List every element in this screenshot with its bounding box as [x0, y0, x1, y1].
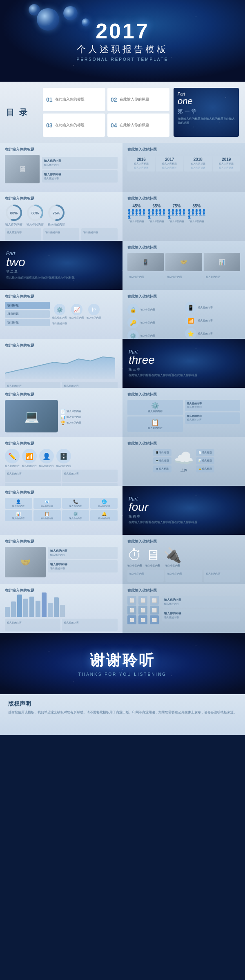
icon-row-lock: 🔒 输入你的内容: [127, 304, 183, 315]
thanks-cn: 谢谢聆听: [78, 650, 167, 670]
row-11: 在此输入你的标题 🤝 输入你的内容 输入描述内容 输入你的内容 输入描述内容 在…: [0, 535, 245, 584]
settings-right: 输入你的内容 输入描述内容 输入你的内容 输入描述内容: [185, 400, 241, 432]
img-1: 📱: [127, 253, 164, 271]
photo-1: 🖥: [5, 155, 40, 183]
row-5: Part two 第 二 章 在此输入你的标题在此输入你的标题在此输入你的标题 …: [0, 241, 245, 290]
app-icon-1: 👤输入你的内容: [5, 498, 32, 509]
part-one-label: Part one: [178, 92, 235, 106]
toc-label-3: 在此输入你的标题: [55, 122, 85, 128]
settings-box-1: ⚙️ 输入你的内容: [127, 400, 183, 415]
svg-text:80%: 80%: [10, 211, 18, 215]
bubble-1: [37, 8, 59, 31]
puzzle-box-2: 输入你的内容 输入描述内容: [162, 609, 240, 621]
svg-text:60%: 60%: [31, 211, 39, 215]
person-75: 75% 👤👤👤👤👤👤👤👤👤👤👤 输入你的内容: [167, 204, 186, 223]
app-icon-4: 🌐输入你的内容: [90, 498, 118, 509]
bar-label-1: 输入你的内容: [5, 619, 60, 631]
icon-flag: 🏳 输入你的内容: [87, 304, 101, 320]
toc-num-1: 01: [46, 96, 53, 103]
circle-80: 80% 输入你的内容: [5, 204, 23, 226]
list-text-area: 输入描述内容: [52, 322, 118, 325]
row-10: 在此输入你的标题 👤输入你的内容 📧输入你的内容 📞输入你的内容 🌐输入你的内容…: [0, 486, 245, 535]
slide-3a-title: 在此输入你的标题: [5, 147, 118, 152]
slide-7a-title: 在此输入你的标题: [5, 343, 118, 348]
slide-part-three: Part three 第 三 章 在此输入你的标题在此输入你的标题在此输入你的标…: [122, 339, 245, 388]
slide-icon-list: 在此输入你的标题 🔒 输入你的内容 🔑 输入你的内容 ⚙️ 输入你的内容: [122, 290, 245, 339]
slide-part-four: Part four 第 四 章 在此输入你的标题在此输入你的标题在此输入你的标题: [122, 486, 245, 535]
toc-slide: 目 录 01 在此输入你的标题 02 在此输入你的标题 03 在此输入你的标题 …: [0, 82, 245, 143]
bubble-2: [63, 6, 78, 20]
row-4: 在此输入你的标题 80% 输入你的内容 60% 输入你的内容: [0, 192, 245, 241]
box-1a: 输入你的内容 输入描述内容: [42, 157, 118, 169]
cover-title-cn: 个人述职报告模板: [77, 43, 169, 56]
icons-row-6: ⚙️ 输入你的内容 📈 输入你的内容 🏳 输入你的内容: [52, 304, 118, 320]
copyright-slide: 版权声明 感谢您使用该模板，我们希望这套模板对您有所帮助。请不要将此模板用于商业…: [0, 694, 245, 735]
toc-num-4: 04: [111, 122, 117, 129]
sub-box-3: 输入你的内容: [5, 483, 61, 486]
icon-database: 🗄️ 输入你的内容: [56, 449, 71, 468]
slide-hands: 在此输入你的标题 🤝 输入你的内容 输入描述内容 输入你的内容 输入描述内容: [0, 535, 122, 584]
toc-item-1: 01 在此输入你的标题: [43, 88, 105, 111]
circle-75: 75% 输入你的内容: [47, 204, 65, 226]
slide-5b-title: 在此输入你的标题: [127, 245, 240, 250]
slide-12a-title: 在此输入你的标题: [5, 588, 118, 593]
slide-puzzle: 在此输入你的标题 ⬜ ⬜ ⬜ ⬜ ⬜ ⬜ ⬜ ⬜ ⬜ 输入你的内容 输入描述内容…: [122, 584, 245, 633]
puzzle-text: 输入你的内容 输入描述内容 输入你的内容 输入描述内容: [162, 596, 240, 624]
list-content: ⚙️ 输入你的内容 📈 输入你的内容 🏳 输入你的内容 输入描述内容: [52, 302, 118, 327]
sub-box-4: 输入你的内容: [62, 483, 118, 486]
timeline-row: 2016 输入内容标题 输入内容描述 2017 输入内容标题 输入内容描述 20…: [127, 156, 240, 172]
puzzle-box-1: 输入你的内容 输入描述内容: [162, 596, 240, 608]
toc-label-4: 在此输入你的标题: [120, 122, 149, 128]
slide-6b-title: 在此输入你的标题: [127, 294, 240, 299]
bar-label-2: 输入你的内容: [62, 619, 118, 631]
slide-circles: 在此输入你的标题 80% 输入你的内容 60% 输入你的内容: [0, 192, 122, 241]
puzzle-grid: ⬜ ⬜ ⬜ ⬜ ⬜ ⬜ ⬜ ⬜ ⬜: [127, 596, 160, 624]
person-45: 45% 👤👤👤👤👤👤👤👤👤👤👤 输入你的内容: [127, 204, 146, 223]
settings-box-3: 输入你的内容 输入描述内容: [185, 400, 241, 411]
settings-box-4: 输入你的内容 输入描述内容: [185, 412, 241, 424]
laptop-icons: 📄 输入你的内容 📊 输入你的内容 🏆 输入你的内容: [60, 409, 118, 425]
icon-edit: ✏️ 输入你的内容: [5, 449, 20, 468]
app-icon-5: 📊输入你的内容: [5, 510, 32, 521]
icon-row-phone: 📱 输入你的内容: [185, 302, 240, 313]
settings-layout: ⚙️ 输入你的内容 📋 输入你的内容 输入你的内容 输入描述内容 输入你的内容 …: [127, 400, 240, 432]
slide-images: 在此输入你的标题 📱 🤝 📊 输入你的内容 输入你的内容 输入你的内容: [122, 241, 245, 290]
toc-part-panel: Part one 第 一 章 在此输入你的标题在此输入你的标题在此输入你的标题: [174, 88, 239, 137]
icon-row-gear2: ⚙️ 输入你的内容: [127, 330, 183, 339]
plug-icon: 🔌 输入你的内容: [163, 547, 182, 568]
person-stats-row: 45% 👤👤👤👤👤👤👤👤👤👤👤 输入你的内容 65% 👤👤👤👤👤👤👤👤👤👤👤 输…: [127, 204, 240, 223]
box-circle-3: 输入描述内容: [81, 228, 118, 241]
monitor-icon: 🖥 输入你的内容: [145, 547, 160, 568]
list-side: 项目标题 项目标题 项目标题: [5, 302, 50, 327]
chart-box-1: 输入你的内容: [5, 382, 60, 388]
slide-timeline: 在此输入你的标题 2016 输入内容标题 输入内容描述 2017 输入内容标题 …: [122, 143, 245, 192]
timeline-2017: 2017 输入内容标题 输入内容描述: [156, 156, 184, 172]
icons-sub-boxes: 输入你的内容 输入你的内容 输入你的内容 输入你的内容: [5, 470, 118, 486]
slide-10a-title: 在此输入你的标题: [5, 490, 118, 495]
app-icon-6: 📋输入你的内容: [33, 510, 61, 521]
sub-box-2: 输入你的内容: [62, 470, 118, 482]
cloud-conn-6: 🔒 输入标题: [196, 466, 214, 472]
row-9: 在此输入你的标题 ✏️ 输入你的内容 📶 输入你的内容 👤 输入你的内容 🗄️ …: [0, 437, 245, 486]
slide-cloud: 在此输入你的标题 📱 输入标题 💻 输入标题 🖥 输入标题 ☁️上传 📄 输入标…: [122, 437, 245, 486]
img-2: 🤝: [165, 253, 202, 271]
slide-app-icons: 在此输入你的标题 👤输入你的内容 📧输入你的内容 📞输入你的内容 🌐输入你的内容…: [0, 486, 122, 535]
images-row: 📱 🤝 📊: [127, 253, 240, 271]
icon-list-col: 🔒 输入你的内容 🔑 输入你的内容 ⚙️ 输入你的内容: [127, 304, 183, 339]
cover-title-en: PERSONAL REPORT TEMPLATE: [77, 57, 169, 62]
slide-4a-title: 在此输入你的标题: [5, 196, 118, 201]
cloud-conn-4: 📄 输入标题: [196, 449, 214, 456]
hands-box-2: 输入你的内容 输入描述内容: [48, 560, 118, 572]
toc-label-2: 在此输入你的标题: [120, 97, 149, 102]
part-three-chapter: 第 三 章: [129, 367, 239, 372]
hands-desc: 输入你的内容 输入描述内容 输入你的内容 输入描述内容: [48, 547, 118, 577]
laptop-desc: 📄 输入你的内容 📊 输入你的内容 🏆 输入你的内容: [60, 407, 118, 425]
cloud-diagram: 📱 输入标题 💻 输入标题 🖥 输入标题 ☁️上传 📄 输入标题 📊 输入标题 …: [127, 449, 240, 472]
app-icon-grid: 👤输入你的内容 📧输入你的内容 📞输入你的内容 🌐输入你的内容 📊输入你的内容 …: [5, 498, 118, 521]
cloud-conn-5: 📊 输入标题: [196, 457, 214, 464]
part-two-chapter: 第 二 章: [6, 270, 116, 274]
part-one-desc: 在此输入你的标题在此输入你的标题在此输入你的标题: [178, 117, 235, 125]
part-three-number: three: [129, 354, 155, 366]
list-item-1: 项目标题: [5, 302, 50, 309]
slide-11b-title: 在此输入你的标题: [127, 539, 240, 544]
